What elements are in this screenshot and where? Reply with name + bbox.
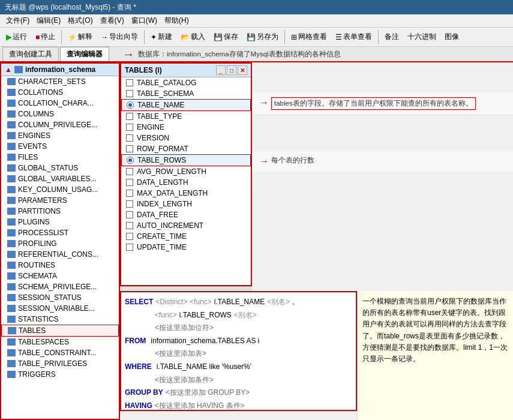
table-item-columns[interactable]: COLUMNS <box>1 109 119 119</box>
menu-help[interactable]: 帮助(H) <box>161 14 193 27</box>
col-row-13[interactable]: AUTO_INCREMENT <box>121 220 251 231</box>
stop-button[interactable]: ■ 停止 <box>32 30 59 44</box>
table-item-profiling[interactable]: PROFILING <box>1 238 119 249</box>
save-button[interactable]: 💾 保存 <box>210 30 242 44</box>
saveas-label: 另存为 <box>257 32 278 42</box>
load-button[interactable]: 📂 载入 <box>177 30 209 44</box>
table-item-routines[interactable]: ROUTINES <box>1 260 119 271</box>
col-row-9[interactable]: DATA_LENGTH <box>121 177 251 188</box>
table-item-table-constraint[interactable]: TABLE_CONSTRAINT... <box>1 347 119 358</box>
db-name: information_schema <box>25 65 95 74</box>
table-item-global-status[interactable]: GLOBAL_STATUS <box>1 163 119 173</box>
col-row-10[interactable]: MAX_DATA_LENGTH <box>121 188 251 199</box>
menu-edit[interactable]: 编辑(E) <box>33 14 64 27</box>
col-row-7[interactable]: TABLE_ROWS <box>121 154 251 166</box>
load-label: 载入 <box>191 32 205 42</box>
col-checkbox-4[interactable] <box>126 124 133 131</box>
collapse-icon[interactable]: ▲ <box>5 65 12 74</box>
menu-file[interactable]: 文件(F) <box>2 14 33 27</box>
col-row-1[interactable]: TABLE_SCHEMA <box>121 88 251 99</box>
col-row-12[interactable]: DATA_FREE <box>121 209 251 220</box>
col-row-2[interactable]: TABLE_NAME <box>121 99 251 111</box>
form-view-button[interactable]: ☰ 表单查看 <box>332 30 376 44</box>
col-checkbox-0[interactable] <box>126 79 133 86</box>
table-item-session-variables[interactable]: SESSION_VARIABLE... <box>1 303 119 314</box>
table-item-processlist[interactable]: PROCESSLIST <box>1 227 119 238</box>
col-row-3[interactable]: TABLE_TYPE <box>121 111 251 122</box>
table-item-parameters[interactable]: PARAMETERS <box>1 195 119 206</box>
tables-title-text: TABLES (i) <box>125 66 162 74</box>
grid-view-button[interactable]: ⊞ 网格查看 <box>287 30 331 44</box>
menu-view[interactable]: 查看(V) <box>97 14 128 27</box>
col-radio-2[interactable] <box>127 101 134 109</box>
image-button[interactable]: 图像 <box>441 30 463 44</box>
table-item-files[interactable]: FILES <box>1 152 119 163</box>
explain-button[interactable]: ⚡ 解释 <box>64 30 96 44</box>
menu-window[interactable]: 窗口(W) <box>128 14 161 27</box>
menu-format[interactable]: 格式(O) <box>64 14 96 27</box>
col-checkbox-10[interactable] <box>126 190 133 197</box>
table-item-schema-privilege[interactable]: SCHEMA_PRIVILEGE... <box>1 281 119 292</box>
col-checkbox-8[interactable] <box>126 168 133 175</box>
note-button[interactable]: 备注 <box>381 30 403 44</box>
table-item-tables[interactable]: TABLES <box>1 325 119 337</box>
tab-query-builder[interactable]: 查询创建工具 <box>2 47 59 61</box>
table-item-partitions[interactable]: PARTITIONS <box>1 206 119 217</box>
table-item-key-column[interactable]: KEY_COLUMN_USAG... <box>1 184 119 195</box>
export-button[interactable]: → 导出向导 <box>97 30 142 44</box>
table-icon <box>7 349 16 356</box>
col-row-14[interactable]: CREATE_TIME <box>121 231 251 242</box>
h-scrollbar[interactable] <box>120 286 252 291</box>
col-row-5[interactable]: VERSION <box>121 133 251 143</box>
col-row-0[interactable]: TABLE_CATALOG <box>121 77 251 88</box>
sql-select-line1: SELECT <Distinct> <func> i.TABLE_NAME <别… <box>125 296 352 309</box>
col-row-15[interactable]: UPDATE_TIME <box>121 242 251 253</box>
sql-placeholder2[interactable]: <按这里添加表> <box>125 347 352 361</box>
table-item-schemata[interactable]: SCHEMATA <box>1 271 119 281</box>
table-item-plugins[interactable]: PLUGINS <box>1 217 119 227</box>
table-item-character-sets[interactable]: CHARACTER_SETS <box>1 76 119 87</box>
table-item-session-status[interactable]: SESSION_STATUS <box>1 292 119 303</box>
sql-having-content: <按这里添加 HAVING 条件> <box>155 400 245 411</box>
table-item-table-privileges[interactable]: TABLE_PRIVILEGES <box>1 358 119 369</box>
col-radio-7[interactable] <box>127 157 134 164</box>
col-checkbox-1[interactable] <box>126 90 133 97</box>
minimize-btn[interactable]: _ <box>216 65 226 75</box>
col-row-8[interactable]: AVG_ROW_LENGTH <box>121 166 251 177</box>
col-checkbox-13[interactable] <box>126 222 133 229</box>
table-item-triggers[interactable]: TRIGGERS <box>1 369 119 380</box>
restore-btn[interactable]: □ <box>227 65 236 75</box>
sql-placeholder1[interactable]: <按这里添加位符> <box>125 322 352 335</box>
col-checkbox-11[interactable] <box>126 200 133 208</box>
left-panel: ▲ information_schema CHARACTER_SETS COLL… <box>0 62 120 420</box>
table-icon <box>7 229 16 236</box>
note-label: 备注 <box>385 32 399 42</box>
table-item-statistics[interactable]: STATISTICS <box>1 314 119 325</box>
table-item-collation-chara[interactable]: COLLATION_CHARA... <box>1 98 119 109</box>
col-checkbox-15[interactable] <box>126 244 133 251</box>
table-item-referential[interactable]: REFERENTIAL_CONS... <box>1 249 119 260</box>
table-item-column-privilege[interactable]: COLUMN_PRIVILEGE... <box>1 119 119 130</box>
run-button[interactable]: ▶ 运行 <box>2 30 31 44</box>
sql-placeholder3[interactable]: <按这里添加条件> <box>125 374 352 387</box>
table-item-tablespaces[interactable]: TABLESPACES <box>1 337 119 347</box>
col-checkbox-5[interactable] <box>126 134 133 142</box>
saveas-button[interactable]: 💾 另存为 <box>243 30 282 44</box>
col-checkbox-12[interactable] <box>126 211 133 218</box>
col-row-6[interactable]: ROW_FORMAT <box>121 143 251 154</box>
col-checkbox-14[interactable] <box>126 233 133 240</box>
table-icon <box>7 78 16 85</box>
table-item-collations[interactable]: COLLATIONS <box>1 87 119 98</box>
tab-query-editor[interactable]: 查询编辑器 <box>60 47 109 61</box>
table-item-engines[interactable]: ENGINES <box>1 130 119 141</box>
table-item-global-variables[interactable]: GLOBAL_VARIABLES... <box>1 173 119 184</box>
hex-button[interactable]: 十六进制 <box>404 30 440 44</box>
col-row-4[interactable]: ENGINE <box>121 122 251 133</box>
close-btn[interactable]: ✕ <box>238 65 247 75</box>
col-checkbox-9[interactable] <box>126 179 133 186</box>
table-item-events[interactable]: EVENTS <box>1 141 119 152</box>
col-checkbox-3[interactable] <box>126 113 133 120</box>
col-row-11[interactable]: INDEX_LENGTH <box>121 199 251 209</box>
new-button[interactable]: ✦ 新建 <box>147 30 176 44</box>
col-checkbox-6[interactable] <box>126 145 133 152</box>
